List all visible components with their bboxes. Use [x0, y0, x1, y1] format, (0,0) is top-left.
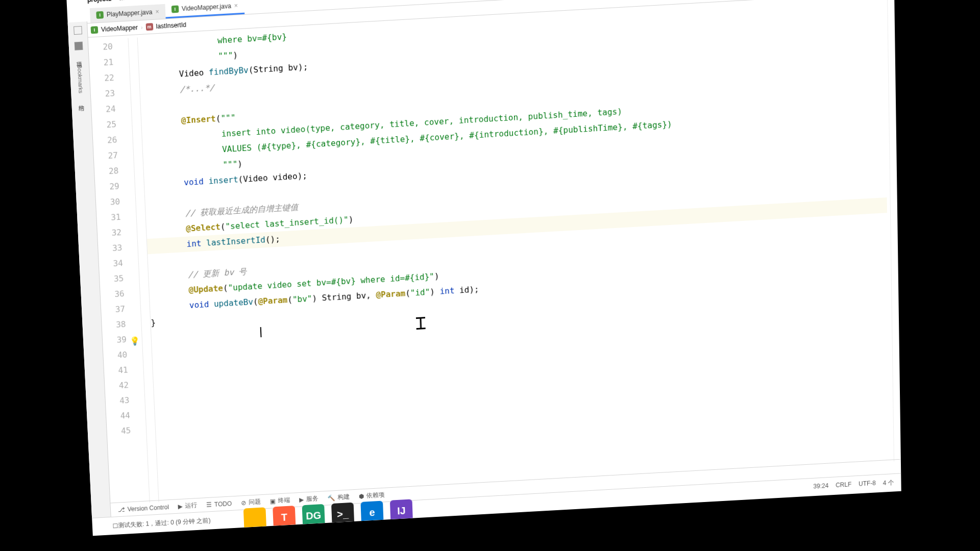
- bottom-tool-label: 依赖项: [366, 491, 384, 500]
- line-number: 45: [107, 423, 131, 439]
- bottom-tool-item[interactable]: ▶服务: [299, 494, 318, 504]
- line-number: 35: [100, 271, 124, 288]
- status-left-icon: ☐: [112, 522, 118, 530]
- bottom-tool-item[interactable]: 🔨构建: [327, 492, 350, 502]
- status-indicator[interactable]: 4 个: [883, 479, 894, 488]
- line-number: 36: [100, 286, 125, 303]
- java-file-icon: I: [96, 11, 104, 19]
- bottom-tool-item[interactable]: ⊘问题: [240, 497, 260, 507]
- bottom-tool-icon: ⊘: [241, 499, 246, 506]
- breadcrumb-item[interactable]: module5: [119, 0, 145, 2]
- bottom-tool-icon: ▣: [270, 497, 275, 505]
- line-number: 24: [91, 101, 116, 118]
- bottom-tool-label: 运行: [185, 501, 197, 510]
- mouse-cursor-ibeam: [416, 317, 426, 330]
- ide-window: 构建(B)运行(U)工具(T)VCS(S)窗口(W)帮助(H) project1…: [66, 0, 901, 536]
- project-tool-icon[interactable]: [74, 26, 82, 35]
- line-number: 33: [98, 240, 122, 257]
- line-number: 44: [106, 408, 131, 424]
- line-number: 20: [88, 39, 113, 56]
- bottom-tool-item[interactable]: ▣终端: [270, 496, 290, 506]
- code-line: }: [151, 315, 156, 331]
- breadcrumb-item[interactable]: project1: [87, 0, 112, 4]
- status-right: 39:24CRLFUTF-84 个: [813, 479, 894, 491]
- intention-bulb-icon[interactable]: 💡: [129, 333, 140, 349]
- line-number: 41: [104, 362, 128, 379]
- bottom-tool-label: 服务: [306, 494, 318, 504]
- taskbar-app-icon[interactable]: e: [360, 501, 383, 524]
- tool-window-tab[interactable]: 结构: [77, 101, 85, 101]
- bottom-tool-icon: ⬢: [358, 492, 363, 499]
- editor[interactable]: 2021222324252627282930313233343536373839…: [88, 0, 901, 505]
- bottom-tool-label: 构建: [337, 492, 350, 502]
- method-icon: m: [145, 23, 153, 31]
- line-number: 27: [93, 148, 118, 165]
- taskbar-app-icon[interactable]: IJ: [390, 499, 413, 522]
- line-number: 28: [94, 163, 119, 180]
- close-tab-icon[interactable]: ×: [155, 8, 159, 16]
- text-caret: [260, 327, 262, 337]
- line-number: 34: [99, 256, 123, 272]
- class-icon: I: [91, 26, 99, 34]
- bottom-tool-icon: ▶: [178, 503, 183, 510]
- bottom-tool-label: 问题: [248, 497, 260, 507]
- bottom-tool-label: 终端: [278, 496, 290, 505]
- status-indicator[interactable]: 39:24: [813, 482, 828, 491]
- line-number: 37: [101, 302, 126, 318]
- bottom-tool-icon: ⎇: [118, 506, 126, 513]
- tab-label: PlayMapper.java: [106, 8, 152, 18]
- line-number: 30: [95, 194, 120, 211]
- status-indicator[interactable]: CRLF: [836, 481, 851, 490]
- file-tool-icon[interactable]: [74, 42, 83, 51]
- bottom-tool-icon: ▶: [299, 496, 303, 503]
- line-number: 40: [103, 347, 128, 364]
- bottom-tool-item[interactable]: ☰TODO: [206, 500, 232, 508]
- line-number: 39: [102, 332, 127, 348]
- line-number: 43: [105, 393, 130, 409]
- bottom-tool-label: TODO: [214, 500, 232, 508]
- line-number: 21: [89, 55, 114, 71]
- java-file-icon: I: [171, 5, 179, 13]
- line-number: 32: [97, 225, 121, 242]
- tab-label: VideoMapper.java: [182, 3, 232, 13]
- code-line: [140, 97, 181, 115]
- code-area[interactable]: where bv=#{bv} """) Video findByBv(Strin…: [138, 0, 901, 502]
- line-number: 38: [102, 317, 126, 334]
- right-margin: [887, 0, 901, 461]
- line-number: 22: [90, 70, 115, 87]
- bottom-tool-label: Version Control: [127, 504, 169, 513]
- bottom-tool-item[interactable]: ▶运行: [178, 501, 197, 511]
- taskbar-app-icon[interactable]: [243, 507, 266, 531]
- taskbar-app-icon[interactable]: T: [273, 506, 296, 529]
- bottom-tool-icon: ☰: [206, 501, 212, 508]
- close-tab-icon[interactable]: ×: [234, 2, 238, 10]
- bottom-tool-item[interactable]: ⎇Version Control: [118, 504, 169, 513]
- line-number: 26: [93, 132, 118, 149]
- taskbar-app-icon[interactable]: >_: [331, 503, 354, 526]
- status-indicator[interactable]: UTF-8: [859, 480, 876, 489]
- test-status-text: 测试失败: 1，通过: 0 (9 分钟 之前): [118, 516, 211, 530]
- code-line: [148, 252, 187, 269]
- line-number: 31: [96, 210, 121, 227]
- tool-window-tab[interactable]: Bookmarks: [76, 65, 84, 94]
- breadcrumb-separator: ›: [114, 0, 116, 2]
- bottom-tool-item[interactable]: ⬢依赖项: [358, 491, 384, 500]
- bottom-tool-icon: 🔨: [327, 494, 335, 502]
- code-line: [145, 190, 185, 208]
- line-number: 29: [95, 179, 120, 195]
- nav-separator: ›: [141, 24, 143, 30]
- taskbar-app-icon[interactable]: DG: [302, 504, 325, 528]
- nav-trail-item[interactable]: lastInsertId: [156, 21, 186, 30]
- tool-window-tab[interactable]: 项目: [75, 57, 83, 58]
- line-number: 42: [105, 378, 129, 394]
- nav-trail-item[interactable]: VideoMapper: [101, 24, 138, 33]
- line-number: 23: [90, 86, 115, 103]
- line-number: 25: [92, 117, 117, 134]
